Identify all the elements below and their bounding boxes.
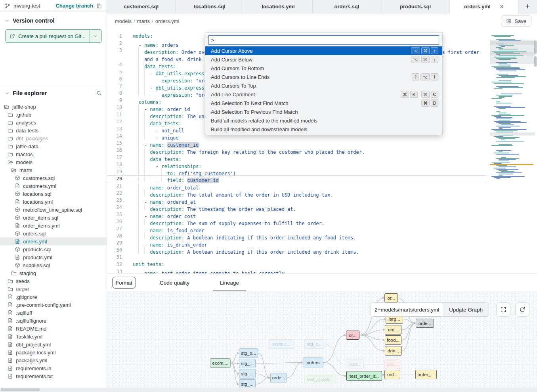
tree-item-target[interactable]: target [0, 285, 107, 293]
tree-item-.gitignore[interactable]: .gitignore [0, 293, 107, 301]
tab-locations.yml[interactable]: locations.yml [244, 0, 313, 13]
close-tab-icon[interactable]: × [500, 3, 504, 10]
change-branch-link[interactable]: Change branch [55, 3, 93, 9]
tree-item-dbt_packages[interactable]: dbt_packages [0, 134, 107, 142]
lineage-node-or_top[interactable]: or... [384, 293, 398, 302]
tree-item-label: models [16, 159, 32, 165]
tab-code-quality[interactable]: Code quality [153, 274, 196, 292]
tree-item-products.sql[interactable]: products.sql [0, 245, 107, 253]
file-explorer-header[interactable]: File explorer [0, 86, 107, 99]
lineage-node-stg_3[interactable]: stg_... [239, 379, 256, 388]
lineage-node-test_supply[interactable]: test_supply... [304, 375, 336, 384]
tree-item-products.yml[interactable]: products.yml [0, 253, 107, 261]
tree-item-requirements.txt[interactable]: requirements.txt [0, 372, 107, 380]
lineage-canvas[interactable]: Update Graph ecom....stg_o...stg_...stg_… [107, 291, 537, 388]
palette-item[interactable]: Add Cursors To Top [205, 81, 442, 90]
tree-item-packages.yml[interactable]: packages.yml [0, 356, 107, 364]
tab-orders.yml[interactable]: orders.yml× [450, 0, 518, 13]
format-button[interactable]: Format [112, 277, 136, 289]
tree-item-package-lock.yml[interactable]: package-lock.yml [0, 348, 107, 356]
tree-item-.github[interactable]: .github [0, 111, 107, 119]
lineage-node-drin[interactable]: drin... [385, 346, 402, 356]
lineage-node-cust_ghost[interactable]: cust... [346, 359, 364, 369]
tree-item-jaffle-shop[interactable]: jaffle-shop [0, 103, 107, 111]
tree-item-analyses[interactable]: analyses [0, 119, 107, 126]
tab-customers.sql[interactable]: customers.sql [107, 0, 176, 13]
palette-item[interactable]: Add Cursors to Line Ends⇧⌥I [205, 73, 442, 81]
editor-minimap[interactable] [490, 33, 535, 183]
tree-item-order_items.yml[interactable]: order_items.yml [0, 222, 107, 229]
new-tab-button[interactable]: + [518, 0, 537, 13]
lineage-node-stg_1[interactable]: stg_... [239, 359, 256, 368]
tree-item-.sqlfluff[interactable]: .sqlfluff [0, 309, 107, 317]
tab-orders.sql[interactable]: orders.sql [313, 0, 381, 13]
tree-item-locations.sql[interactable]: locations.sql [0, 190, 107, 198]
tree-item-jaffle-data[interactable]: jaffle-data [0, 142, 107, 150]
command-input[interactable]: > [208, 35, 439, 45]
tree-item-models[interactable]: models [0, 158, 107, 166]
version-control-header[interactable]: Version control [0, 12, 107, 28]
palette-item[interactable]: Add Cursor Below⌥⌘↓ [205, 55, 442, 64]
lineage-node-test_order[interactable]: test_order_it... [346, 371, 382, 381]
tree-item-customers.sql[interactable]: customers.sql [0, 174, 107, 182]
palette-item[interactable]: Add Cursors To Bottom [205, 64, 442, 73]
lineage-node-orde_mid[interactable]: orde... [270, 373, 287, 382]
lineage-node-ecom[interactable]: ecom.... [210, 358, 231, 368]
update-graph-button[interactable]: Update Graph [443, 302, 489, 317]
palette-item[interactable]: Add Cursor Above⌥⌘↑ [205, 46, 442, 55]
tree-item-marts[interactable]: marts [0, 166, 107, 174]
palette-item[interactable]: Build all modified and downstream models [205, 125, 442, 134]
tree-item-data-tests[interactable]: data-tests [0, 126, 107, 134]
lineage-node-cus_ghost[interactable]: cus... [384, 359, 400, 369]
lineage-node-stg_c_ghost[interactable]: stg_c... [304, 339, 324, 349]
lineage-node-stg_o[interactable]: stg_o... [239, 348, 258, 358]
tree-item-seeds[interactable]: seeds [0, 277, 107, 285]
save-button[interactable]: Save [501, 15, 531, 27]
lineage-node-or_red[interactable]: or... [346, 331, 359, 340]
lineage-node-stg_2[interactable]: stg_... [239, 369, 256, 379]
tree-item-order_items.sql[interactable]: order_items.sql [0, 214, 107, 222]
tree-item-macros[interactable]: macros [0, 150, 107, 158]
lineage-node-ord2[interactable]: ord... [384, 370, 400, 379]
tree-item-supplies.sql[interactable]: supplies.sql [0, 261, 107, 269]
lineage-node-order_y[interactable]: order_... [415, 370, 437, 379]
tree-item-metricflow_time_spine.sql[interactable]: metricflow_time_spine.sql [0, 206, 107, 214]
lineage-node-orde_gray[interactable]: orde... [416, 319, 434, 328]
command-palette-items: Add Cursor Above⌥⌘↑Add Cursor Below⌥⌘↓Ad… [205, 46, 442, 134]
tree-item-locations.yml[interactable]: locations.yml [0, 198, 107, 206]
tree-item-README.md[interactable]: README.md [0, 325, 107, 333]
refresh-button[interactable] [515, 302, 529, 317]
code-editor[interactable]: 1models:2- name: orders3description: Ord… [107, 29, 537, 273]
sidebar-horizontal-scrollbar[interactable] [0, 388, 107, 392]
lineage-node-food[interactable]: food... [385, 335, 401, 345]
tree-item-staging[interactable]: staging [0, 269, 107, 277]
tab-locations.sql[interactable]: locations.sql [176, 0, 244, 13]
tab-products.sql[interactable]: products.sql [381, 0, 450, 13]
tree-item-orders.yml[interactable]: orders.yml [0, 237, 107, 245]
scrollbar-thumb[interactable] [1, 388, 40, 391]
search-icon[interactable] [96, 90, 102, 96]
palette-item[interactable]: Build all models related to the modified… [205, 116, 442, 125]
palette-item[interactable]: Add Line Comment⌘K⌘C [205, 90, 442, 99]
tree-item-customers.yml[interactable]: customers.yml [0, 182, 107, 190]
lineage-node-ord1[interactable]: ord... [385, 325, 401, 335]
shortcut-key: ⌥ [411, 47, 420, 54]
tree-item-.sqlfluffignore[interactable]: .sqlfluffignore [0, 317, 107, 325]
palette-item[interactable]: Add Selection To Next Find Match⌘D [205, 99, 442, 107]
tree-item-Taskfile.yml[interactable]: Taskfile.yml [0, 333, 107, 340]
tab-lineage[interactable]: Lineage [213, 274, 246, 292]
create-pr-button[interactable]: Create a pull request on Git... [6, 30, 90, 42]
horizontal-scrollbar-track[interactable] [107, 388, 537, 392]
palette-item[interactable]: Add Selection To Previous Find Match [205, 107, 442, 116]
minimap-line [496, 74, 508, 75]
tree-item-requirements.in[interactable]: requirements.in [0, 364, 107, 372]
fullscreen-button[interactable] [496, 302, 510, 317]
lineage-node-ecom_ghost[interactable]: ecom.r... [269, 339, 293, 349]
tree-item-.pre-commit-config.yaml[interactable]: .pre-commit-config.yaml [0, 301, 107, 309]
tree-item-orders.sql[interactable]: orders.sql [0, 229, 107, 237]
create-pr-caret-button[interactable] [90, 30, 101, 42]
copy-icon[interactable] [96, 3, 102, 9]
lineage-filter-input[interactable] [371, 302, 443, 317]
lineage-node-orders[interactable]: orders [303, 358, 323, 367]
tree-item-dbt_project.yml[interactable]: dbt_project.yml [0, 340, 107, 348]
